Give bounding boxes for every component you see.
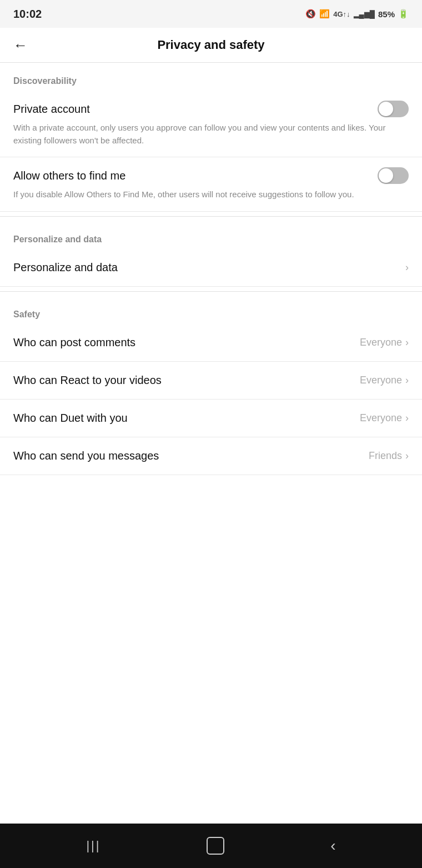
who-comments-value: Everyone › [360, 337, 409, 348]
status-bar: 10:02 🔇 📶 4G↑↓ ▂▄▆█ 85% 🔋 [0, 0, 422, 28]
chevron-icon: › [405, 262, 409, 273]
allow-find-label: Allow others to find me [13, 169, 125, 182]
chevron-icon-react: › [405, 375, 409, 386]
bottom-navigation: ||| ‹ [0, 824, 422, 868]
chevron-icon-duet: › [405, 412, 409, 424]
who-duet-label: Who can Duet with you [13, 412, 128, 425]
header: ← Privacy and safety [0, 28, 422, 63]
nav-who-duet[interactable]: Who can Duet with you Everyone › [0, 400, 422, 437]
status-icons: 🔇 📶 4G↑↓ ▂▄▆█ 85% 🔋 [305, 9, 409, 19]
who-react-value: Everyone › [360, 375, 409, 386]
status-time: 10:02 [13, 8, 42, 21]
section-safety: Safety Who can post comments Everyone › … [0, 296, 422, 475]
setting-private-account: Private account With a private account, … [0, 91, 422, 157]
allow-find-desc: If you disable Allow Others to Find Me, … [13, 188, 409, 201]
signal-icon: ▂▄▆█ [354, 10, 375, 18]
section-label-discoverability: Discoverability [0, 63, 422, 91]
allow-find-toggle[interactable] [378, 167, 409, 184]
nav-personalize-data[interactable]: Personalize and data › [0, 249, 422, 287]
setting-allow-find: Allow others to find me If you disable A… [0, 157, 422, 212]
wifi-icon: 📶 [319, 9, 330, 19]
nav-who-messages[interactable]: Who can send you messages Friends › [0, 437, 422, 475]
private-account-toggle[interactable] [378, 101, 409, 117]
home-button[interactable] [207, 837, 224, 855]
who-messages-label: Who can send you messages [13, 450, 159, 462]
section-discoverability: Discoverability Private account With a p… [0, 63, 422, 212]
battery-icon: 🔋 [398, 9, 409, 19]
divider-1 [0, 216, 422, 217]
recent-apps-button[interactable]: ||| [86, 839, 101, 853]
lte-icon: 4G↑↓ [333, 10, 350, 18]
who-duet-value: Everyone › [360, 412, 409, 424]
mute-icon: 🔇 [305, 9, 316, 19]
divider-2 [0, 291, 422, 292]
nav-who-comments[interactable]: Who can post comments Everyone › [0, 324, 422, 362]
private-account-desc: With a private account, only users you a… [13, 122, 409, 147]
section-label-personalize: Personalize and data [0, 221, 422, 249]
personalize-data-chevron: › [405, 262, 409, 273]
back-button[interactable]: ← [13, 38, 28, 52]
who-comments-label: Who can post comments [13, 336, 135, 349]
personalize-data-label: Personalize and data [13, 261, 118, 274]
section-personalize: Personalize and data Personalize and dat… [0, 221, 422, 287]
content-area: Discoverability Private account With a p… [0, 63, 422, 824]
chevron-icon-comments: › [405, 337, 409, 348]
back-nav-button[interactable]: ‹ [330, 837, 335, 855]
chevron-icon-messages: › [405, 450, 409, 462]
battery-label: 85% [378, 9, 395, 19]
private-account-label: Private account [13, 103, 90, 116]
page-title: Privacy and safety [37, 38, 385, 52]
nav-who-react[interactable]: Who can React to your videos Everyone › [0, 362, 422, 400]
who-react-label: Who can React to your videos [13, 374, 162, 387]
section-label-safety: Safety [0, 296, 422, 324]
who-messages-value: Friends › [369, 450, 409, 462]
